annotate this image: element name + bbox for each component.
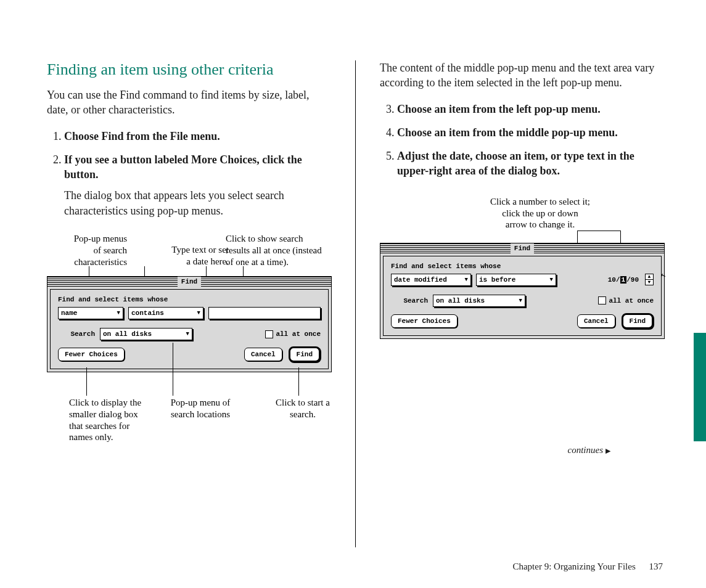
chevron-down-icon: ▼ bbox=[465, 277, 468, 283]
attribute-popup[interactable]: name▼ bbox=[58, 307, 123, 319]
chevron-down-icon: ▼ bbox=[186, 331, 189, 337]
step-body: The dialog box that appears lets you sel… bbox=[64, 188, 330, 218]
two-column-layout: Finding an item using other criteria You… bbox=[47, 60, 663, 443]
step-3: Choose an item from the left pop-up menu… bbox=[397, 102, 663, 116]
step-2: If you see a button labeled More Choices… bbox=[64, 152, 330, 218]
find-dialog: Find Find and select items whose name▼ c… bbox=[47, 276, 332, 372]
dialog-prompt: Find and select items whose bbox=[391, 263, 654, 270]
step-1: Choose Find from the File menu. bbox=[64, 129, 330, 144]
callout-date-stepper: Click a number to select it; click the u… bbox=[485, 196, 596, 231]
dialog-titlebar: Find bbox=[47, 277, 331, 287]
date-field[interactable]: 10/1/90 bbox=[608, 276, 639, 284]
page-number: 137 bbox=[649, 561, 663, 571]
manual-page: Finding an item using other criteria You… bbox=[0, 0, 706, 588]
leader-line bbox=[577, 231, 620, 231]
find-button[interactable]: Find bbox=[289, 346, 321, 362]
date-day-selected: 1 bbox=[620, 276, 627, 284]
operator-popup[interactable]: contains▼ bbox=[128, 307, 203, 319]
callout-popup-menus: Pop-up menus of search characteristics bbox=[53, 233, 127, 267]
callout-locations: Pop-up menu of search locations bbox=[160, 397, 240, 420]
search-row: Search on all disks▼ all at once bbox=[58, 328, 321, 340]
leader-line bbox=[173, 343, 173, 396]
triangle-right-icon: ▶ bbox=[605, 447, 610, 455]
intro-paragraph: You can use the Find command to find ite… bbox=[47, 88, 330, 118]
callout-text-or-date: Type text or set a date here. bbox=[149, 244, 229, 267]
dialog-title: Find bbox=[178, 277, 201, 287]
location-popup[interactable]: on all disks▼ bbox=[100, 328, 192, 340]
step-list: Choose Find from the File menu. If you s… bbox=[47, 129, 330, 218]
operator-popup[interactable]: is before▼ bbox=[476, 274, 556, 286]
callout-find: Click to start a search. bbox=[269, 397, 337, 420]
all-at-once-checkbox[interactable]: all at once bbox=[598, 296, 654, 304]
intro-paragraph: The content of the middle pop-up menu an… bbox=[380, 60, 663, 91]
fewer-choices-button[interactable]: Fewer Choices bbox=[58, 348, 125, 361]
checkbox-box bbox=[265, 330, 273, 338]
dialog-titlebar: Find bbox=[380, 243, 664, 253]
checkbox-box bbox=[598, 296, 606, 304]
all-at-once-checkbox[interactable]: all at once bbox=[265, 330, 321, 338]
step-4: Choose an item from the middle pop-up me… bbox=[397, 125, 663, 140]
search-label: Search bbox=[58, 330, 95, 338]
callout-all-at-once: Click to show search results all at once… bbox=[226, 233, 337, 267]
step-title: Choose an item from the left pop-up menu… bbox=[397, 103, 601, 115]
dialog-prompt: Find and select items whose bbox=[58, 296, 321, 303]
edge-tab bbox=[694, 333, 706, 441]
search-label: Search bbox=[391, 297, 428, 304]
location-popup[interactable]: on all disks▼ bbox=[433, 295, 525, 307]
chapter-label: Chapter 9: Organizing Your Files bbox=[512, 561, 635, 571]
leader-line bbox=[298, 367, 299, 396]
button-row: Fewer Choices Cancel Find bbox=[58, 346, 321, 362]
chevron-down-icon: ▼ bbox=[519, 298, 522, 304]
button-row: Fewer Choices Cancel Find bbox=[391, 313, 654, 329]
cancel-button[interactable]: Cancel bbox=[577, 314, 615, 328]
left-column: Finding an item using other criteria You… bbox=[47, 60, 355, 443]
step-title: Choose an item from the middle pop-up me… bbox=[397, 126, 618, 139]
step-title: If you see a button labeled More Choices… bbox=[64, 153, 302, 181]
callout-fewer-choices: Click to display the smaller dialog box … bbox=[69, 397, 155, 443]
cancel-button[interactable]: Cancel bbox=[244, 348, 282, 361]
dialog-title: Find bbox=[511, 243, 534, 253]
continues-label: continues▶ bbox=[568, 445, 611, 455]
criteria-row: date modified▼ is before▼ 10/1/90 ▲ ▼ bbox=[391, 274, 654, 286]
chevron-down-icon: ▼ bbox=[117, 310, 120, 316]
dialog-body: Find and select items whose date modifie… bbox=[383, 256, 662, 336]
page-footer: Chapter 9: Organizing Your Files 137 bbox=[512, 561, 663, 572]
stepper-down-icon: ▼ bbox=[646, 280, 653, 285]
leader-line bbox=[86, 367, 87, 396]
fewer-choices-button[interactable]: Fewer Choices bbox=[391, 314, 458, 328]
section-heading: Finding an item using other criteria bbox=[47, 60, 330, 79]
chevron-down-icon: ▼ bbox=[197, 310, 200, 316]
value-textbox[interactable] bbox=[208, 307, 321, 319]
attribute-popup[interactable]: date modified▼ bbox=[391, 274, 471, 286]
step-title: Choose Find from the File menu. bbox=[64, 130, 220, 142]
figure-2: Click a number to select it; click the u… bbox=[380, 196, 663, 406]
step-title: Adjust the date, choose an item, or type… bbox=[397, 150, 634, 177]
step-5: Adjust the date, choose an item, or type… bbox=[397, 149, 663, 179]
criteria-row: name▼ contains▼ bbox=[58, 307, 321, 319]
step-list: Choose an item from the left pop-up menu… bbox=[380, 102, 663, 179]
search-row: Search on all disks▼ all at once bbox=[391, 295, 654, 307]
find-button[interactable]: Find bbox=[622, 313, 654, 329]
dialog-body: Find and select items whose name▼ contai… bbox=[50, 289, 329, 369]
find-dialog: Find Find and select items whose date mo… bbox=[380, 243, 665, 339]
figure-1: Pop-up menus of search characteristics T… bbox=[47, 233, 330, 443]
chevron-down-icon: ▼ bbox=[550, 277, 553, 283]
right-column: The content of the middle pop-up menu an… bbox=[355, 60, 663, 443]
date-stepper[interactable]: ▲ ▼ bbox=[645, 274, 654, 285]
